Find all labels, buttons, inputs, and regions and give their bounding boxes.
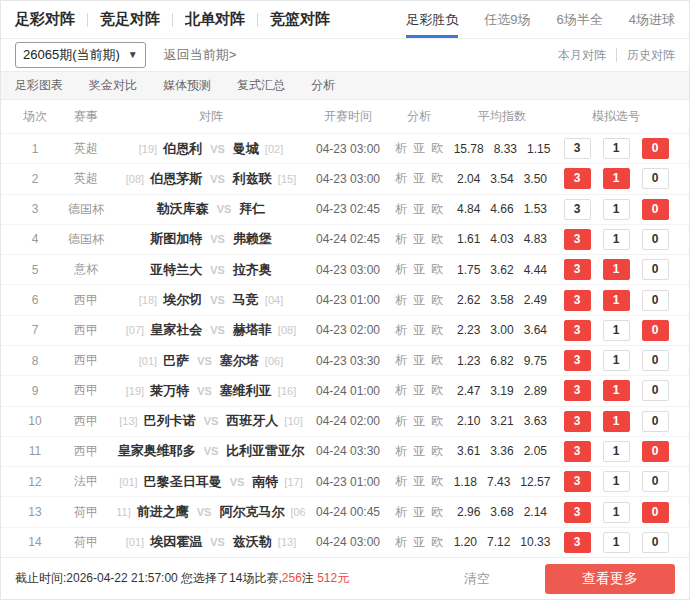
pick-button-0[interactable]: 0 — [642, 138, 669, 159]
pick-button-0[interactable]: 0 — [642, 290, 669, 311]
pick-button-0[interactable]: 0 — [642, 411, 669, 432]
analysis-link[interactable]: 欧 — [431, 292, 443, 309]
sub-tab-charts[interactable]: 足彩图表 — [15, 77, 63, 94]
analysis-link[interactable]: 欧 — [431, 382, 443, 399]
analysis-link[interactable]: 析 — [395, 382, 407, 399]
pick-button-1[interactable]: 1 — [603, 320, 630, 341]
history-matchups-link[interactable]: 历史对阵 — [627, 47, 675, 64]
pick-button-3[interactable]: 3 — [564, 471, 591, 492]
pick-button-1[interactable]: 1 — [603, 532, 630, 553]
pick-button-3[interactable]: 3 — [564, 168, 591, 189]
tab-4-goals[interactable]: 4场进球 — [629, 1, 675, 38]
analysis-link[interactable]: 析 — [395, 413, 407, 430]
analysis-link[interactable]: 欧 — [431, 413, 443, 430]
analysis-link[interactable]: 析 — [395, 261, 407, 278]
analysis-link[interactable]: 亚 — [413, 261, 425, 278]
pick-button-3[interactable]: 3 — [564, 502, 591, 523]
pick-button-0[interactable]: 0 — [642, 350, 669, 371]
pick-button-3[interactable]: 3 — [564, 229, 591, 250]
nav-beidan-matchups[interactable]: 北单对阵 — [185, 10, 245, 29]
analysis-link[interactable]: 欧 — [431, 170, 443, 187]
analysis-link[interactable]: 析 — [395, 201, 407, 218]
analysis-link[interactable]: 欧 — [431, 261, 443, 278]
pick-button-3[interactable]: 3 — [564, 290, 591, 311]
pick-button-1[interactable]: 1 — [603, 350, 630, 371]
nav-jinglan-matchups[interactable]: 竞篮对阵 — [270, 10, 330, 29]
analysis-link[interactable]: 析 — [395, 322, 407, 339]
analysis-link[interactable]: 欧 — [431, 473, 443, 490]
pick-button-0[interactable]: 0 — [642, 441, 669, 462]
pick-button-1[interactable]: 1 — [603, 229, 630, 250]
analysis-link[interactable]: 析 — [395, 292, 407, 309]
analysis-link[interactable]: 欧 — [431, 534, 443, 551]
pick-button-0[interactable]: 0 — [642, 259, 669, 280]
pick-button-0[interactable]: 0 — [642, 229, 669, 250]
analysis-link[interactable]: 亚 — [413, 352, 425, 369]
analysis-link[interactable]: 析 — [395, 140, 407, 157]
tab-renxuan9[interactable]: 任选9场 — [484, 1, 530, 38]
pick-button-0[interactable]: 0 — [642, 380, 669, 401]
analysis-link[interactable]: 亚 — [413, 170, 425, 187]
clear-button[interactable]: 清空 — [464, 570, 490, 588]
pick-button-3[interactable]: 3 — [564, 380, 591, 401]
pick-button-3[interactable]: 3 — [564, 350, 591, 371]
pick-button-0[interactable]: 0 — [642, 199, 669, 220]
pick-button-3[interactable]: 3 — [564, 441, 591, 462]
pick-button-1[interactable]: 1 — [603, 168, 630, 189]
pick-button-0[interactable]: 0 — [642, 502, 669, 523]
analysis-link[interactable]: 析 — [395, 170, 407, 187]
analysis-link[interactable]: 亚 — [413, 473, 425, 490]
pick-button-0[interactable]: 0 — [642, 532, 669, 553]
analysis-link[interactable]: 亚 — [413, 201, 425, 218]
analysis-link[interactable]: 亚 — [413, 534, 425, 551]
tab-6-half-full[interactable]: 6场半全 — [557, 1, 603, 38]
sub-tab-analysis[interactable]: 分析 — [311, 77, 335, 94]
pick-button-1[interactable]: 1 — [603, 199, 630, 220]
analysis-link[interactable]: 亚 — [413, 443, 425, 460]
pick-button-1[interactable]: 1 — [603, 138, 630, 159]
pick-button-3[interactable]: 3 — [564, 259, 591, 280]
month-matchups-link[interactable]: 本月对阵 — [558, 47, 606, 64]
analysis-link[interactable]: 欧 — [431, 322, 443, 339]
nav-jingzu-matchups[interactable]: 竞足对阵 — [100, 10, 160, 29]
pick-button-1[interactable]: 1 — [603, 259, 630, 280]
view-more-button[interactable]: 查看更多 — [545, 564, 675, 594]
analysis-link[interactable]: 析 — [395, 231, 407, 248]
pick-button-1[interactable]: 1 — [603, 411, 630, 432]
pick-button-3[interactable]: 3 — [564, 320, 591, 341]
period-select[interactable]: 26065期(当前期) ▼ — [15, 42, 146, 68]
sub-tab-duplex-summary[interactable]: 复式汇总 — [237, 77, 285, 94]
analysis-link[interactable]: 析 — [395, 443, 407, 460]
pick-button-1[interactable]: 1 — [603, 502, 630, 523]
analysis-link[interactable]: 析 — [395, 504, 407, 521]
analysis-link[interactable]: 亚 — [413, 504, 425, 521]
sub-tab-media-predict[interactable]: 媒体预测 — [163, 77, 211, 94]
analysis-link[interactable]: 欧 — [431, 443, 443, 460]
pick-button-3[interactable]: 3 — [564, 532, 591, 553]
pick-button-0[interactable]: 0 — [642, 320, 669, 341]
analysis-link[interactable]: 亚 — [413, 413, 425, 430]
analysis-link[interactable]: 欧 — [431, 504, 443, 521]
back-to-current-link[interactable]: 返回当前期> — [164, 46, 237, 64]
sub-tab-prize-compare[interactable]: 奖金对比 — [89, 77, 137, 94]
pick-button-1[interactable]: 1 — [603, 471, 630, 492]
pick-button-1[interactable]: 1 — [603, 441, 630, 462]
analysis-link[interactable]: 欧 — [431, 201, 443, 218]
analysis-link[interactable]: 欧 — [431, 140, 443, 157]
analysis-link[interactable]: 亚 — [413, 292, 425, 309]
pick-button-0[interactable]: 0 — [642, 471, 669, 492]
analysis-link[interactable]: 析 — [395, 473, 407, 490]
analysis-link[interactable]: 析 — [395, 534, 407, 551]
analysis-link[interactable]: 欧 — [431, 231, 443, 248]
pick-button-1[interactable]: 1 — [603, 380, 630, 401]
pick-button-3[interactable]: 3 — [564, 138, 591, 159]
tab-shengfu[interactable]: 足彩胜负 — [406, 1, 458, 38]
pick-button-3[interactable]: 3 — [564, 199, 591, 220]
nav-zucai-matchups[interactable]: 足彩对阵 — [15, 10, 75, 29]
analysis-link[interactable]: 欧 — [431, 352, 443, 369]
analysis-link[interactable]: 亚 — [413, 382, 425, 399]
pick-button-0[interactable]: 0 — [642, 168, 669, 189]
analysis-link[interactable]: 亚 — [413, 322, 425, 339]
analysis-link[interactable]: 亚 — [413, 231, 425, 248]
pick-button-3[interactable]: 3 — [564, 411, 591, 432]
